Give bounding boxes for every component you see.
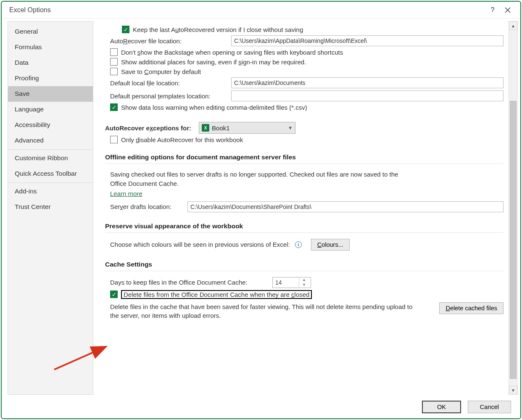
autorecover-location-label: AutoRecover file location:: [110, 37, 228, 45]
save-to-computer-checkbox[interactable]: [110, 68, 118, 75]
sidebar-item-accessibility[interactable]: Accessibility: [8, 117, 93, 133]
sidebar-item-language[interactable]: Language: [8, 102, 93, 117]
sidebar-item-general[interactable]: General: [8, 24, 93, 40]
delete-cached-files-button[interactable]: Delete cached files: [439, 302, 504, 314]
info-icon[interactable]: i: [295, 241, 302, 248]
default-templates-label: Default personal templates location:: [110, 92, 228, 100]
keep-last-autorecovered-label: Keep the last AutoRecovered version if I…: [133, 26, 303, 33]
colours-button[interactable]: Colours...: [311, 239, 350, 251]
server-drafts-input[interactable]: [187, 201, 504, 212]
spinner-up[interactable]: ▲: [299, 277, 309, 283]
show-data-loss-checkbox[interactable]: [110, 103, 118, 111]
cache-settings-title: Cache Settings: [105, 261, 504, 268]
close-button[interactable]: [500, 3, 515, 18]
learn-more-link[interactable]: Learn more: [110, 190, 142, 197]
excel-options-dialog: Excel Options ? General Formulas Data Pr…: [1, 1, 521, 419]
window-title: Excel Options: [9, 6, 485, 14]
sidebar-item-addins[interactable]: Add-ins: [8, 184, 93, 199]
excel-file-icon: X: [202, 124, 209, 132]
delete-files-when-closed-checkbox[interactable]: [110, 291, 118, 298]
default-local-location-label: Default local file location:: [110, 79, 228, 87]
close-icon: [505, 7, 511, 13]
show-additional-places-label: Show additional places for saving, even …: [121, 58, 306, 66]
titlebar: Excel Options ?: [2, 2, 520, 18]
workbook-dropdown-value: Book1: [212, 124, 230, 132]
sidebar-item-trust-center[interactable]: Trust Center: [8, 199, 93, 215]
scroll-up-button[interactable]: ▲: [509, 21, 517, 30]
sidebar-item-customise-ribbon[interactable]: Customise Ribbon: [8, 151, 93, 166]
offline-editing-title: Offline editing options for document man…: [105, 153, 504, 161]
default-templates-input[interactable]: [231, 90, 504, 101]
only-disable-autorecover-checkbox[interactable]: [110, 136, 118, 143]
cancel-button[interactable]: Cancel: [468, 401, 511, 413]
sidebar-item-advanced[interactable]: Advanced: [8, 133, 93, 148]
days-to-keep-input[interactable]: [273, 277, 299, 288]
show-additional-places-checkbox[interactable]: [110, 58, 118, 66]
offline-editing-note: Saving checked out files to server draft…: [105, 170, 408, 188]
help-button[interactable]: ?: [485, 3, 500, 18]
save-to-computer-label: Save to Computer by default: [121, 68, 201, 75]
autorecover-exceptions-label: AutoRecover exceptions for:: [105, 124, 191, 132]
keep-last-autorecovered-checkbox[interactable]: [122, 26, 129, 33]
chevron-down-icon: ▼: [288, 125, 293, 130]
workbook-dropdown[interactable]: X Book1 ▼: [199, 122, 295, 134]
save-options-panel: Keep the last AutoRecovered version if I…: [93, 18, 509, 397]
ok-button[interactable]: OK: [422, 401, 461, 413]
category-sidebar: General Formulas Data Proofing Save Lang…: [8, 21, 93, 395]
delete-cache-description: Delete files in the cache that have been…: [110, 302, 413, 321]
delete-files-when-closed-label: Delete files from the Office Document Ca…: [121, 290, 312, 299]
dialog-footer: OK Cancel: [2, 397, 520, 418]
show-data-loss-label: Show data loss warning when editing comm…: [121, 104, 307, 111]
default-local-location-input[interactable]: [231, 77, 504, 88]
days-to-keep-label: Days to keep files in the Office Documen…: [110, 279, 269, 286]
dont-show-backstage-checkbox[interactable]: [110, 48, 118, 56]
sidebar-item-data[interactable]: Data: [8, 55, 93, 71]
days-to-keep-spinner[interactable]: ▲ ▼: [272, 277, 311, 288]
preserve-visual-title: Preserve visual appearance of the workbo…: [105, 222, 504, 230]
autorecover-location-input[interactable]: [231, 35, 504, 46]
scroll-track[interactable]: [509, 30, 517, 386]
sidebar-item-quick-access[interactable]: Quick Access Toolbar: [8, 166, 93, 182]
dont-show-backstage-label: Don't show the Backstage when opening or…: [121, 49, 343, 56]
scroll-down-button[interactable]: ▼: [509, 386, 517, 394]
choose-colours-label: Choose which colours will be seen in pre…: [110, 241, 290, 248]
sidebar-item-formulas[interactable]: Formulas: [8, 40, 93, 55]
scroll-thumb[interactable]: [510, 101, 517, 379]
sidebar-item-save[interactable]: Save: [8, 86, 93, 102]
vertical-scrollbar[interactable]: ▲ ▼: [509, 21, 518, 395]
server-drafts-label: Server drafts location:: [110, 203, 184, 210]
spinner-down[interactable]: ▼: [299, 283, 309, 288]
only-disable-autorecover-label: Only disable AutoRecover for this workbo…: [121, 136, 243, 143]
sidebar-item-proofing[interactable]: Proofing: [8, 71, 93, 86]
